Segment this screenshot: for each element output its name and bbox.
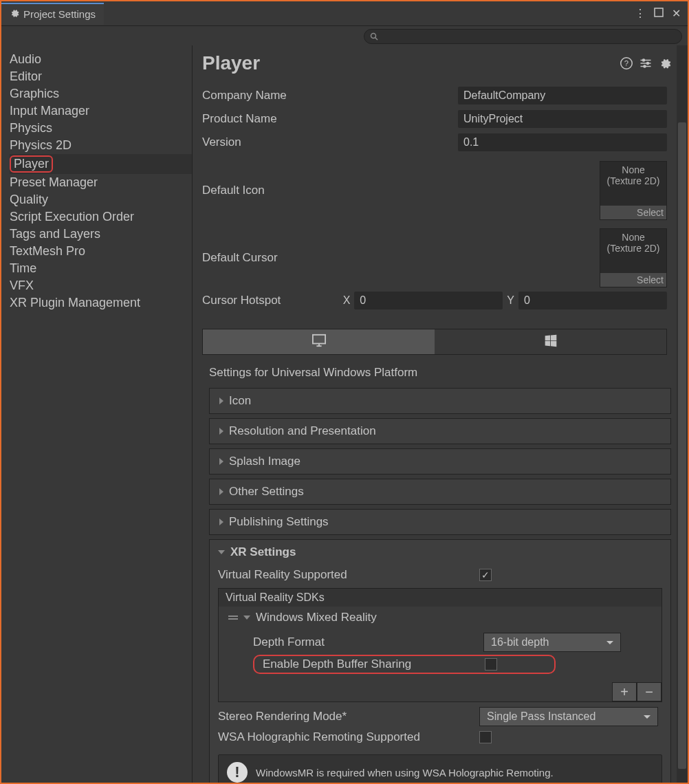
svg-point-1 xyxy=(371,34,376,39)
svg-line-2 xyxy=(375,38,378,41)
remove-sdk-button[interactable]: − xyxy=(637,682,661,701)
sidebar-item-physics[interactable]: Physics xyxy=(10,120,192,137)
sidebar-item-physics-2d[interactable]: Physics 2D xyxy=(10,137,192,154)
default-icon-row: Default Icon None (Texture 2D) Select xyxy=(202,161,678,220)
chevron-right-icon xyxy=(219,519,223,525)
chevron-right-icon xyxy=(219,458,223,465)
foldout-icon[interactable]: Icon xyxy=(209,388,671,414)
hotspot-x-input[interactable] xyxy=(354,292,503,309)
titlebar-controls: ⋮ ✕ xyxy=(635,7,688,20)
default-icon-picker[interactable]: None (Texture 2D) Select xyxy=(600,161,667,220)
default-cursor-label: Default Cursor xyxy=(202,251,278,265)
foldout-publishing[interactable]: Publishing Settings xyxy=(209,509,671,535)
drag-handle-icon[interactable] xyxy=(228,616,238,620)
hotspot-y-input[interactable] xyxy=(518,292,667,309)
sidebar-item-audio[interactable]: Audio xyxy=(10,51,192,68)
sidebar-item-input-manager[interactable]: Input Manager xyxy=(10,102,192,120)
company-name-row: Company Name xyxy=(202,85,678,106)
sidebar-item-tags-and-layers[interactable]: Tags and Layers xyxy=(10,226,192,243)
sidebar-item-textmesh-pro[interactable]: TextMesh Pro xyxy=(10,243,192,260)
depth-format-dropdown[interactable]: 16-bit depth xyxy=(483,633,621,652)
vr-sdks-label: Virtual Reality SDKs xyxy=(219,589,661,607)
depth-sharing-label: Enable Depth Buffer Sharing xyxy=(254,657,485,671)
sidebar-item-preset-manager[interactable]: Preset Manager xyxy=(10,174,192,191)
product-name-label: Product Name xyxy=(202,112,458,126)
close-icon[interactable]: ✕ xyxy=(672,7,681,20)
version-input[interactable] xyxy=(458,133,667,151)
default-icon-label: Default Icon xyxy=(202,184,265,197)
chevron-right-icon xyxy=(219,428,223,435)
svg-rect-0 xyxy=(655,8,663,17)
sidebar-item-player[interactable]: Player xyxy=(10,154,192,174)
search-input[interactable] xyxy=(364,29,682,44)
vr-sdks-box: Virtual Reality SDKs Windows Mixed Reali… xyxy=(218,588,662,702)
help-icon[interactable]: ? xyxy=(620,57,633,69)
default-icon-select-button[interactable]: Select xyxy=(600,206,666,219)
stereo-mode-row: Stereo Rendering Mode* Single Pass Insta… xyxy=(218,706,662,727)
wsa-remoting-label: WSA Holographic Remoting Supported xyxy=(218,730,479,744)
default-cursor-select-button[interactable]: Select xyxy=(600,273,666,287)
svg-text:?: ? xyxy=(624,59,628,67)
chevron-down-icon xyxy=(218,550,225,554)
svg-point-9 xyxy=(647,63,649,65)
chevron-right-icon xyxy=(219,398,223,404)
platform-tabs xyxy=(202,329,667,355)
sidebar-item-graphics[interactable]: Graphics xyxy=(10,85,192,102)
svg-point-8 xyxy=(643,59,645,61)
product-name-input[interactable] xyxy=(458,110,667,128)
depth-sharing-checkbox[interactable] xyxy=(485,658,497,671)
stereo-mode-dropdown[interactable]: Single Pass Instanced xyxy=(479,707,658,726)
chevron-down-icon xyxy=(243,616,250,620)
version-label: Version xyxy=(202,135,458,149)
sidebar-item-vfx[interactable]: VFX xyxy=(10,277,192,294)
cursor-hotspot-label: Cursor Hotspot xyxy=(202,294,343,307)
sidebar-item-quality[interactable]: Quality xyxy=(10,191,192,208)
scrollbar-thumb[interactable] xyxy=(678,122,686,769)
version-row: Version xyxy=(202,132,678,153)
company-name-input[interactable] xyxy=(458,87,667,105)
sidebar-item-xr-plugin-management[interactable]: XR Plugin Management xyxy=(10,294,192,312)
titlebar: Project Settings ⋮ ✕ xyxy=(1,1,688,26)
vr-supported-row: Virtual Reality Supported xyxy=(218,565,662,585)
main: Audio Editor Graphics Input Manager Phys… xyxy=(1,45,688,783)
sdk-item-wmr[interactable]: Windows Mixed Reality xyxy=(219,607,661,629)
windows-icon xyxy=(544,334,558,351)
preset-icon[interactable] xyxy=(639,57,652,69)
foldout-resolution[interactable]: Resolution and Presentation xyxy=(209,418,671,444)
depth-format-row: Depth Format 16-bit depth xyxy=(253,631,661,653)
page-title: Player xyxy=(202,52,260,74)
wsa-remoting-row: WSA Holographic Remoting Supported xyxy=(218,727,662,748)
content-panel: Player ? Company Name Product Name Ve xyxy=(193,45,688,783)
monitor-icon xyxy=(311,334,327,351)
maximize-icon[interactable] xyxy=(654,8,664,20)
warning-box: ! WindowsMR is required when using WSA H… xyxy=(218,754,662,783)
window-tab[interactable]: Project Settings xyxy=(1,3,104,25)
product-name-row: Product Name xyxy=(202,109,678,129)
default-cursor-row: Default Cursor None (Texture 2D) Select xyxy=(202,228,678,287)
company-name-label: Company Name xyxy=(202,89,458,102)
add-sdk-button[interactable]: + xyxy=(612,682,637,701)
vr-supported-checkbox[interactable] xyxy=(479,569,492,581)
depth-format-label: Depth Format xyxy=(253,635,483,649)
xr-settings-foldout[interactable]: XR Settings xyxy=(218,545,662,559)
window-title: Project Settings xyxy=(23,8,96,20)
stereo-mode-label: Stereo Rendering Mode* xyxy=(218,710,479,723)
gear-icon xyxy=(10,8,19,20)
sidebar-item-script-execution-order[interactable]: Script Execution Order xyxy=(10,208,192,226)
foldout-splash[interactable]: Splash Image xyxy=(209,448,671,475)
wsa-remoting-checkbox[interactable] xyxy=(479,731,492,743)
warning-icon: ! xyxy=(227,762,248,783)
sdk-list-buttons: + − xyxy=(219,682,661,701)
menu-icon[interactable]: ⋮ xyxy=(635,7,646,20)
hotspot-x-label: X xyxy=(343,294,351,307)
default-cursor-picker[interactable]: None (Texture 2D) Select xyxy=(600,228,667,287)
xr-settings-panel: XR Settings Virtual Reality Supported Vi… xyxy=(209,539,671,783)
platform-tab-uwp[interactable] xyxy=(435,329,666,354)
sidebar-item-time[interactable]: Time xyxy=(10,260,192,277)
search-icon xyxy=(370,32,378,41)
foldout-other[interactable]: Other Settings xyxy=(209,479,671,505)
platform-tab-standalone[interactable] xyxy=(203,329,435,354)
sidebar-item-editor[interactable]: Editor xyxy=(10,68,192,85)
platform-section-label: Settings for Universal Windows Platform xyxy=(202,355,678,388)
settings-icon[interactable] xyxy=(659,57,671,69)
